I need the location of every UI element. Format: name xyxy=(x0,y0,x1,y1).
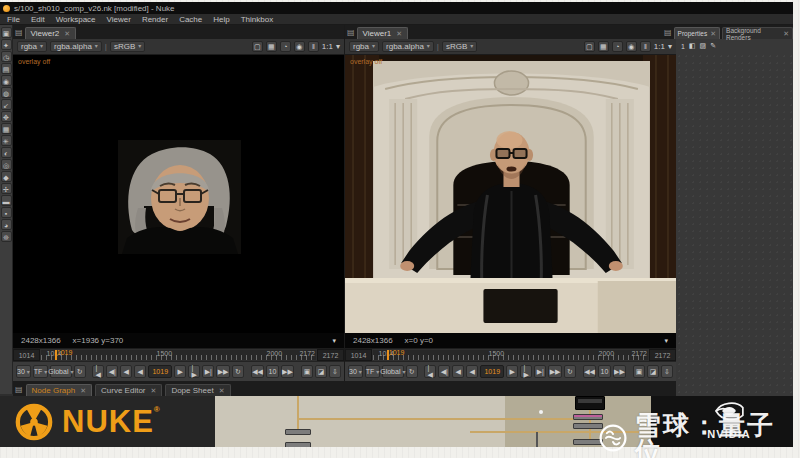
tool-icon[interactable]: ✦ xyxy=(1,39,12,50)
timeline-track[interactable]: 1014 1500 2000 2172 1019 xyxy=(41,350,316,360)
checker-icon[interactable]: ▦ xyxy=(598,41,609,52)
gamma-icon[interactable]: ◔ xyxy=(612,41,623,52)
folder-icon[interactable]: ▨ xyxy=(700,42,707,50)
playhead[interactable]: 1019 xyxy=(387,350,389,360)
flipbook-button[interactable]: ▣ xyxy=(301,365,313,378)
loop-button[interactable]: ↻ xyxy=(406,365,418,378)
close-icon[interactable]: ✕ xyxy=(396,30,402,38)
channel-select[interactable]: rgba ▾ xyxy=(17,41,47,52)
colorspace-select[interactable]: sRGB ▾ xyxy=(442,41,477,52)
pause-icon[interactable]: ‖ xyxy=(308,41,319,52)
jump-forward-button[interactable]: ▶▶ xyxy=(613,365,627,378)
download-button[interactable]: ⇩ xyxy=(329,365,341,378)
tool-icon[interactable]: ▤ xyxy=(1,63,12,74)
play-backward-button[interactable]: ◀ xyxy=(466,365,478,378)
layer-select[interactable]: rgba.alpha ▾ xyxy=(50,41,102,52)
prev-keyframe-button[interactable]: ◀| xyxy=(106,365,118,378)
menu-cache[interactable]: Cache xyxy=(179,15,202,24)
download-button[interactable]: ⇩ xyxy=(661,365,673,378)
range-end[interactable]: 2172 xyxy=(317,349,344,361)
range-start[interactable]: 1014 xyxy=(13,349,40,361)
frame-increment-field[interactable]: 10 xyxy=(266,365,278,378)
node[interactable] xyxy=(285,429,311,435)
current-frame-field[interactable]: 1019 xyxy=(480,365,504,378)
menu-thinkbox[interactable]: Thinkbox xyxy=(241,15,273,24)
close-icon[interactable]: ✕ xyxy=(151,387,157,395)
panel-menu-icon[interactable]: ▤ xyxy=(15,384,23,396)
tab-viewer2[interactable]: Viewer2 ✕ xyxy=(25,27,77,39)
tool-icon[interactable]: ✢ xyxy=(1,183,12,194)
tool-icon[interactable]: ◎ xyxy=(1,159,12,170)
flipbook-button[interactable]: ▣ xyxy=(633,365,645,378)
fps-select[interactable]: 30 ▾ xyxy=(348,365,363,378)
panel-menu-icon[interactable]: ▤ xyxy=(15,27,23,39)
node[interactable] xyxy=(285,442,311,447)
layer-select[interactable]: rgba.alpha ▾ xyxy=(382,41,434,52)
timeline-track[interactable]: 1014 1500 2000 2172 1019 xyxy=(373,350,648,360)
menu-help[interactable]: Help xyxy=(213,15,229,24)
menu-viewer[interactable]: Viewer xyxy=(107,15,131,24)
menu-edit[interactable]: Edit xyxy=(31,15,45,24)
frame-increment-field[interactable]: 10 xyxy=(598,365,610,378)
step-forward-button[interactable]: |▶ xyxy=(520,365,532,378)
play-button[interactable]: ▶ xyxy=(506,365,518,378)
range-scope-select[interactable]: Global ▾ xyxy=(50,365,71,378)
range-mode-select[interactable]: TF ▾ xyxy=(365,365,380,378)
playhead[interactable]: 1019 xyxy=(55,350,57,360)
step-back-button[interactable]: ◀ xyxy=(120,365,132,378)
fps-select[interactable]: 30 ▾ xyxy=(16,365,31,378)
menu-workspace[interactable]: Workspace xyxy=(56,15,96,24)
monitor-icon[interactable]: ▢ xyxy=(252,41,263,52)
close-icon[interactable]: ✕ xyxy=(219,387,225,395)
channel-select[interactable]: rgba ▾ xyxy=(349,41,379,52)
pause-icon[interactable]: ‖ xyxy=(640,41,651,52)
jump-forward-button[interactable]: ▶▶ xyxy=(281,365,295,378)
colorspace-select[interactable]: sRGB ▾ xyxy=(110,41,145,52)
close-icon[interactable]: ✕ xyxy=(710,30,716,38)
tool-icon[interactable]: ▣ xyxy=(1,27,12,38)
lock-button[interactable]: ◪ xyxy=(647,365,659,378)
next-keyframe-button[interactable]: ▶| xyxy=(534,365,546,378)
tab-node-graph[interactable]: Node Graph ✕ xyxy=(26,384,92,396)
tool-icon[interactable]: ▬ xyxy=(1,195,12,206)
viewer2-timeline[interactable]: 1014 1014 1500 2000 2172 1019 2172 xyxy=(13,348,344,361)
next-keyframe-button[interactable]: ▶| xyxy=(202,365,214,378)
lock-button[interactable]: ◪ xyxy=(315,365,327,378)
tool-icon[interactable]: ✳ xyxy=(1,135,12,146)
gamma-icon[interactable]: ◔ xyxy=(280,41,291,52)
chevron-down-icon[interactable]: ▾ xyxy=(336,42,340,51)
play-button[interactable]: ▶ xyxy=(174,365,186,378)
menu-render[interactable]: Render xyxy=(142,15,168,24)
tool-icon[interactable]: ◕ xyxy=(1,219,12,230)
goto-end-button[interactable]: ▶▶ xyxy=(216,365,230,378)
tool-icon[interactable]: ❊ xyxy=(1,231,12,242)
close-icon[interactable]: ✕ xyxy=(64,30,70,38)
loop-button[interactable]: ↻ xyxy=(74,365,86,378)
pin-icon[interactable]: ◧ xyxy=(689,42,696,50)
chevron-down-icon[interactable]: ▾ xyxy=(332,337,336,345)
tool-icon[interactable]: ◷ xyxy=(1,51,12,62)
range-end[interactable]: 2172 xyxy=(649,349,676,361)
gain-icon[interactable]: ◉ xyxy=(626,41,637,52)
tool-icon[interactable]: ↙ xyxy=(1,99,12,110)
current-frame-field[interactable]: 1019 xyxy=(148,365,172,378)
tool-icon[interactable]: ◐ xyxy=(1,147,12,158)
zoom-level[interactable]: 1:1 xyxy=(654,42,665,51)
close-icon[interactable]: ✕ xyxy=(80,387,86,395)
tool-icon[interactable]: ▪ xyxy=(1,207,12,218)
tab-curve-editor[interactable]: Curve Editor ✕ xyxy=(95,384,162,396)
tab-dope-sheet[interactable]: Dope Sheet ✕ xyxy=(165,384,230,396)
range-mode-select[interactable]: TF ▾ xyxy=(33,365,48,378)
step-back-button[interactable]: ◀ xyxy=(452,365,464,378)
jump-back-button[interactable]: ◀◀ xyxy=(583,365,597,378)
eraser-icon[interactable]: ✎ xyxy=(710,42,716,50)
tool-icon[interactable]: ◉ xyxy=(1,75,12,86)
node-graph[interactable] xyxy=(215,396,651,447)
loop-mode-button[interactable]: ↻ xyxy=(232,365,244,378)
gain-icon[interactable]: ◉ xyxy=(294,41,305,52)
play-backward-button[interactable]: ◀ xyxy=(134,365,146,378)
panel-menu-icon[interactable]: ▤ xyxy=(347,27,355,39)
viewer1-canvas[interactable]: overlay off xyxy=(345,55,676,333)
chevron-down-icon[interactable]: ▾ xyxy=(664,337,668,345)
prev-keyframe-button[interactable]: ◀| xyxy=(438,365,450,378)
